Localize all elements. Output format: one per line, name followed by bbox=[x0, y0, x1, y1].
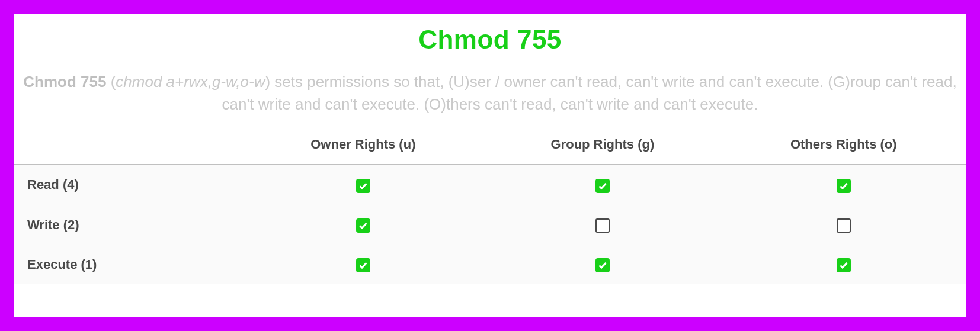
table-row: Execute (1) bbox=[14, 245, 966, 284]
header-others: Others Rights (o) bbox=[721, 137, 966, 165]
checkbox-checked-icon[interactable] bbox=[356, 218, 370, 233]
header-empty bbox=[14, 137, 242, 165]
header-group: Group Rights (g) bbox=[483, 137, 721, 165]
table-header-row: Owner Rights (u) Group Rights (g) Others… bbox=[14, 137, 966, 165]
row-label: Write (2) bbox=[14, 205, 242, 245]
cell-group bbox=[483, 165, 721, 205]
row-label: Execute (1) bbox=[14, 245, 242, 284]
description: Chmod 755 (chmod a+rwx,g-w,o-w) sets per… bbox=[14, 71, 966, 115]
checkbox-checked-icon[interactable] bbox=[595, 179, 610, 193]
checkbox-checked-icon[interactable] bbox=[837, 179, 851, 193]
page-title: Chmod 755 bbox=[14, 25, 966, 54]
header-owner: Owner Rights (u) bbox=[242, 137, 483, 165]
table-row: Write (2) bbox=[14, 205, 966, 245]
checkbox-checked-icon[interactable] bbox=[595, 258, 610, 272]
checkbox-unchecked-icon[interactable] bbox=[837, 218, 851, 233]
desc-rest: ) sets permissions so that, (U)ser / own… bbox=[222, 73, 957, 113]
checkbox-checked-icon[interactable] bbox=[356, 179, 370, 193]
cell-group bbox=[483, 205, 721, 245]
cell-owner bbox=[242, 205, 483, 245]
cell-owner bbox=[242, 245, 483, 284]
cell-others bbox=[721, 165, 966, 205]
checkbox-checked-icon[interactable] bbox=[356, 258, 370, 272]
table-row: Read (4) bbox=[14, 165, 966, 205]
cell-others bbox=[721, 205, 966, 245]
checkbox-unchecked-icon[interactable] bbox=[595, 218, 610, 233]
cell-owner bbox=[242, 165, 483, 205]
desc-italic: chmod a+rwx,g-w,o-w bbox=[116, 73, 265, 91]
desc-paren-open: ( bbox=[106, 73, 116, 91]
cell-group bbox=[483, 245, 721, 284]
desc-bold: Chmod 755 bbox=[23, 73, 106, 91]
checkbox-checked-icon[interactable] bbox=[837, 258, 851, 272]
permissions-table: Owner Rights (u) Group Rights (g) Others… bbox=[14, 137, 966, 284]
cell-others bbox=[721, 245, 966, 284]
row-label: Read (4) bbox=[14, 165, 242, 205]
chmod-card: Chmod 755 Chmod 755 (chmod a+rwx,g-w,o-w… bbox=[14, 14, 966, 317]
